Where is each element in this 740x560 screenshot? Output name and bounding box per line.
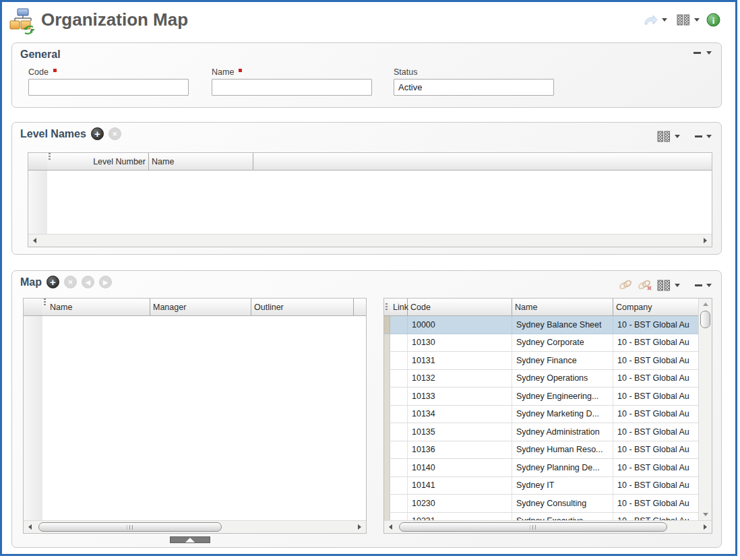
scroll-right-icon[interactable]: [358, 524, 361, 530]
table-row[interactable]: 10133 Sydney Engineering... 10 - BST Glo…: [384, 387, 698, 406]
table-row[interactable]: 10000 Sydney Balance Sheet 10 - BST Glob…: [384, 316, 698, 334]
grip-icon: [386, 303, 388, 311]
info-icon[interactable]: i: [706, 13, 720, 27]
column-header-code[interactable]: Code: [408, 299, 512, 315]
vertical-scrollbar[interactable]: [698, 299, 712, 520]
table-row[interactable]: 10135 Sydney Administration 10 - BST Glo…: [384, 423, 698, 441]
table-row[interactable]: 10230 Sydney Consulting 10 - BST Global …: [384, 495, 698, 513]
table-row[interactable]: 10231 Sydney Executive 10 - BST Global A…: [384, 513, 698, 521]
collapse-caret-icon[interactable]: [706, 284, 712, 287]
collapse-up-arrow-icon: [185, 538, 195, 542]
columns-icon[interactable]: [677, 14, 690, 26]
scroll-left-icon[interactable]: [28, 524, 32, 530]
required-marker: [239, 69, 242, 72]
table-row[interactable]: 10134 Sydney Marketing D... 10 - BST Glo…: [384, 406, 698, 424]
horizontal-scrollbar[interactable]: [28, 234, 712, 247]
cell-code: 10140: [408, 459, 512, 476]
collapse-caret-icon[interactable]: [706, 135, 712, 138]
code-field[interactable]: [28, 79, 189, 96]
delete-map-node-button[interactable]: ✕: [64, 276, 77, 288]
row-selector[interactable]: [384, 334, 390, 352]
row-selector[interactable]: [384, 316, 390, 334]
cell-name: Sydney Administration: [512, 423, 613, 441]
row-selector[interactable]: [384, 423, 390, 441]
cell-name: Sydney Finance: [512, 352, 613, 369]
cell-link: [390, 459, 408, 476]
map-tree-grid-body[interactable]: [24, 316, 366, 520]
level-names-grid-body[interactable]: [28, 170, 712, 234]
cell-code: 10135: [408, 423, 512, 441]
link-icon[interactable]: [618, 279, 633, 291]
scroll-up-icon[interactable]: [703, 303, 708, 306]
cell-company: 10 - BST Global Au: [613, 495, 698, 512]
columns-dropdown-caret[interactable]: [675, 135, 680, 138]
row-selector[interactable]: [384, 370, 390, 387]
row-selector[interactable]: [384, 477, 390, 495]
row-selector[interactable]: [384, 459, 390, 476]
horizontal-scrollbar[interactable]: [384, 520, 712, 533]
move-forward-button[interactable]: ▶: [99, 276, 112, 288]
scrollbar-thumb[interactable]: [700, 311, 710, 328]
collapse-minus-icon[interactable]: [695, 135, 702, 137]
column-header-company[interactable]: Company: [613, 299, 698, 315]
collapse-caret-icon[interactable]: [706, 51, 712, 55]
column-header-name[interactable]: Name: [149, 153, 253, 170]
scroll-down-icon[interactable]: [703, 513, 708, 516]
column-header-outliner[interactable]: Outliner: [251, 299, 354, 315]
column-header-link[interactable]: Link: [390, 299, 408, 315]
svg-text:i: i: [712, 15, 715, 26]
scrollbar-thumb[interactable]: [38, 522, 222, 532]
scroll-left-icon[interactable]: [33, 238, 36, 243]
row-selector[interactable]: [384, 441, 390, 459]
level-names-section: Level Names + ✕ Level Number Name: [11, 122, 722, 255]
table-row[interactable]: 10136 Sydney Human Reso... 10 - BST Glob…: [384, 441, 698, 460]
horizontal-scrollbar[interactable]: [24, 520, 366, 533]
row-selector[interactable]: [384, 406, 390, 423]
collapse-minus-icon[interactable]: [695, 284, 702, 286]
cell-link: [390, 370, 408, 387]
table-row[interactable]: 10141 Sydney IT 10 - BST Global Au: [384, 477, 698, 495]
table-row[interactable]: 10140 Sydney Planning De... 10 - BST Glo…: [384, 459, 698, 477]
column-header-name[interactable]: Name: [47, 299, 150, 315]
cell-name: Sydney Balance Sheet: [512, 316, 613, 334]
column-header-level-number[interactable]: Level Number: [52, 153, 149, 170]
table-row[interactable]: 10132 Sydney Operations 10 - BST Global …: [384, 370, 698, 388]
row-selector[interactable]: [384, 513, 390, 521]
delete-level-button[interactable]: ✕: [109, 127, 121, 140]
columns-icon[interactable]: [657, 131, 671, 142]
row-selector-header[interactable]: [24, 299, 42, 315]
cell-link: [390, 495, 408, 512]
collapse-splitter-button[interactable]: [170, 536, 210, 543]
name-field[interactable]: [212, 79, 372, 96]
column-header-name[interactable]: Name: [512, 299, 613, 315]
add-level-button[interactable]: +: [91, 127, 104, 140]
collapse-minus-icon[interactable]: [693, 52, 701, 54]
actions-dropdown-caret[interactable]: [662, 18, 667, 22]
cell-name: Sydney Corporate: [512, 334, 613, 352]
cell-code: 10231: [408, 513, 512, 521]
table-row[interactable]: 10130 Sydney Corporate 10 - BST Global A…: [384, 334, 698, 352]
columns-icon[interactable]: [657, 280, 671, 291]
row-selector-header[interactable]: [384, 299, 390, 315]
columns-dropdown-caret[interactable]: [694, 18, 700, 22]
company-grid-body[interactable]: 10000 Sydney Balance Sheet 10 - BST Glob…: [384, 316, 698, 520]
row-selector[interactable]: [384, 387, 390, 405]
actions-icon[interactable]: [643, 13, 658, 27]
columns-dropdown-caret[interactable]: [675, 284, 680, 287]
move-back-button[interactable]: ◀: [82, 276, 94, 288]
scrollbar-thumb[interactable]: [399, 522, 667, 532]
scroll-left-icon[interactable]: [389, 524, 392, 530]
column-header-manager[interactable]: Manager: [150, 299, 251, 315]
cell-company: 10 - BST Global Au: [613, 406, 698, 423]
row-selector-header[interactable]: [28, 153, 47, 170]
unlink-icon[interactable]: [637, 279, 653, 291]
scroll-right-icon[interactable]: [704, 524, 707, 530]
table-row[interactable]: 10131 Sydney Finance 10 - BST Global Au: [384, 352, 698, 370]
row-selector[interactable]: [384, 495, 390, 512]
row-selector[interactable]: [384, 352, 390, 369]
status-field[interactable]: [394, 79, 554, 96]
cell-company: 10 - BST Global Au: [613, 352, 698, 369]
add-map-node-button[interactable]: +: [47, 276, 59, 288]
company-grid: Link Code Name Company 10000 Sydney Bala…: [383, 298, 712, 534]
scroll-right-icon[interactable]: [704, 238, 707, 243]
